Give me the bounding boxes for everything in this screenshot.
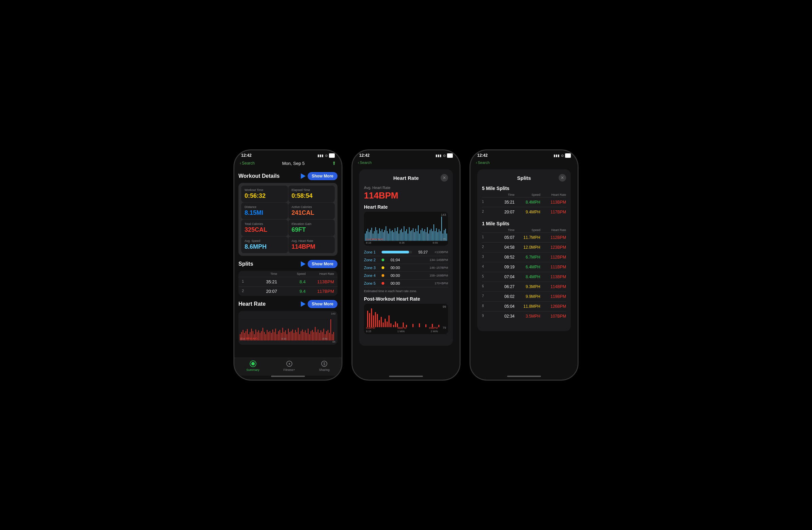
phone2-content[interactable]: Heart Rate ✕ Avg. Heart Rate 114BPM Hear…	[352, 167, 460, 376]
home-indicator-3	[507, 376, 541, 377]
hr-modal-chart-max: 143	[441, 213, 446, 216]
tab-fitness[interactable]: ✦ Fitness+	[284, 360, 295, 372]
nav-bar-1: ‹ Search Mon, Sep 5 ⬆	[234, 159, 342, 168]
1m-time-8: 02:34	[490, 314, 514, 319]
hr-title: Heart Rate	[238, 301, 265, 307]
zone-5-time: 00:00	[386, 281, 400, 285]
post-workout-chart: 99	[364, 304, 448, 334]
workout-show-more-button[interactable]: Show More	[308, 172, 337, 180]
zone-4-dot	[381, 274, 384, 277]
workout-cell-1: Elapsed Time 0:58:54	[288, 186, 335, 202]
post-chart-min: 79	[443, 326, 446, 329]
svg-rect-136	[446, 233, 447, 241]
hr-modal-time-row: 8:16 8:36 8:56	[366, 241, 438, 244]
zone-3-time: 00:00	[386, 266, 400, 270]
nav-back-1[interactable]: ‹ Search	[240, 161, 255, 166]
back-chevron-icon: ‹	[240, 161, 241, 166]
hr-modal-t0: 8:16	[366, 241, 372, 244]
hr-modal-chart: 143	[364, 212, 448, 246]
svg-text:✦: ✦	[288, 362, 291, 366]
nav-bar-3: ‹ Search	[470, 159, 578, 167]
svg-rect-123	[430, 230, 431, 241]
post-bpm0: 91BPM	[366, 326, 375, 329]
splits-title: Splits	[238, 261, 253, 267]
1m-row-0: 1 05:07 11.7MPH 112BPM	[482, 232, 566, 242]
svg-rect-106	[408, 233, 408, 241]
workout-grid: Workout Time 0:56:32 Elapsed Time 0:58:5…	[238, 183, 337, 256]
hr-modal-chart-min: 65	[443, 238, 446, 241]
splits-modal-close-button[interactable]: ✕	[559, 174, 566, 182]
svg-rect-103	[404, 226, 404, 241]
splits-time-1: 20:07	[250, 289, 277, 294]
status-time-2: 12:42	[359, 153, 370, 158]
zone-3-range: 146–157BPM	[428, 266, 448, 269]
1m-num-6: 7	[482, 294, 489, 299]
1m-speed-0: 11.7MPH	[516, 235, 540, 240]
nav-back-label-3: Search	[478, 160, 490, 164]
phone-1: 12:42 ▮▮▮ ⊙ 57 ‹ Search Mon, Sep 5 ⬆	[234, 149, 342, 381]
signal-icon-3: ▮▮▮	[553, 154, 560, 157]
1m-hr-1: 123BPM	[542, 245, 566, 250]
5m-speed-0: 8.4MPH	[516, 200, 540, 205]
1m-hr-6: 119BPM	[542, 294, 566, 299]
workout-cell-3: Active Calories 241CAL	[288, 203, 335, 219]
workout-label-2: Distance	[245, 205, 285, 209]
1m-h1: Time	[490, 228, 514, 232]
1m-speed-1: 12.0MPH	[516, 245, 540, 250]
1m-row-4: 5 07:04 8.4MPH 113BPM	[482, 272, 566, 282]
nav-back-3[interactable]: ‹ Search	[476, 160, 490, 164]
zone-note: Estimated time in each heart rate zone.	[364, 289, 448, 293]
phone-3: 12:42 ▮▮▮ ⊙ 57 ‹ Search	[470, 149, 578, 381]
share-icon[interactable]: ⬆	[332, 160, 336, 166]
workout-value-1: 0:58:54	[292, 192, 332, 200]
tab-bar-1: Summary ✦ Fitness+ $	[234, 358, 342, 376]
summary-icon	[249, 360, 257, 368]
zone-5-label: Zone 5	[364, 281, 379, 285]
workout-label-3: Active Calories	[292, 205, 332, 209]
workout-cell-5: Elevation Gain 69FT	[288, 219, 335, 236]
battery-3: 57	[565, 153, 571, 158]
signal-icon: ▮▮▮	[318, 154, 323, 157]
splits-row-1: 2 20:07 9.4 117BPM	[238, 286, 337, 296]
workout-label-0: Workout Time	[245, 188, 285, 192]
1m-num-7: 8	[482, 304, 489, 309]
phone1-content[interactable]: Workout Details Show More Workout Time 0…	[234, 168, 342, 358]
svg-rect-96	[395, 228, 395, 241]
zone-1-label: Zone 1	[364, 250, 379, 254]
svg-rect-130	[438, 229, 439, 241]
svg-rect-131	[440, 231, 440, 241]
hr-modal-close-button[interactable]: ✕	[440, 174, 448, 182]
post-chart-max: 99	[443, 305, 446, 309]
svg-rect-114	[418, 225, 419, 241]
5m-num-0: 1	[482, 200, 489, 205]
hr-show-more-button[interactable]: Show More	[308, 300, 337, 308]
svg-rect-118	[423, 231, 424, 241]
splits-modal-title-row: Splits ✕	[482, 174, 566, 182]
tab-summary[interactable]: Summary	[246, 360, 260, 372]
splits-show-more-button[interactable]: Show More	[308, 260, 337, 268]
nav-back-2[interactable]: ‹ Search	[358, 160, 372, 164]
zone-2-dot	[381, 259, 384, 261]
1m-num-3: 4	[482, 265, 489, 269]
svg-rect-109	[411, 230, 412, 241]
5m-row-1: 2 20:07 9.4MPH 117BPM	[482, 207, 566, 217]
1m-time-5: 06:27	[490, 284, 514, 289]
svg-rect-88	[384, 230, 385, 241]
svg-rect-128	[436, 228, 437, 241]
status-bar-3: 12:42 ▮▮▮ ⊙ 57	[470, 150, 578, 159]
svg-rect-90	[387, 231, 388, 241]
1m-num-0: 1	[482, 235, 489, 240]
five-mile-title: 5 Mile Splits	[482, 186, 566, 191]
1m-time-6: 06:02	[490, 294, 514, 299]
zone-1-time: 55:27	[414, 250, 428, 254]
tab-sharing[interactable]: $ Sharing	[319, 360, 330, 372]
1m-row-2: 3 08:52 6.7MPH 112BPM	[482, 252, 566, 262]
phone3-content[interactable]: Splits ✕ 5 Mile Splits Time Speed Heart …	[470, 167, 578, 376]
5m-row-0: 1 35:21 8.4MPH 113BPM	[482, 197, 566, 207]
post-workout-label: Post-Workout Heart Rate	[364, 296, 448, 302]
svg-rect-138	[369, 313, 370, 327]
svg-rect-95	[393, 232, 394, 241]
1m-speed-5: 9.3MPH	[516, 284, 540, 289]
zone-1-bar-container	[381, 251, 412, 254]
splits-table: Time Speed Heart Rate 1 35:21 8.4 113BPM…	[238, 271, 337, 296]
